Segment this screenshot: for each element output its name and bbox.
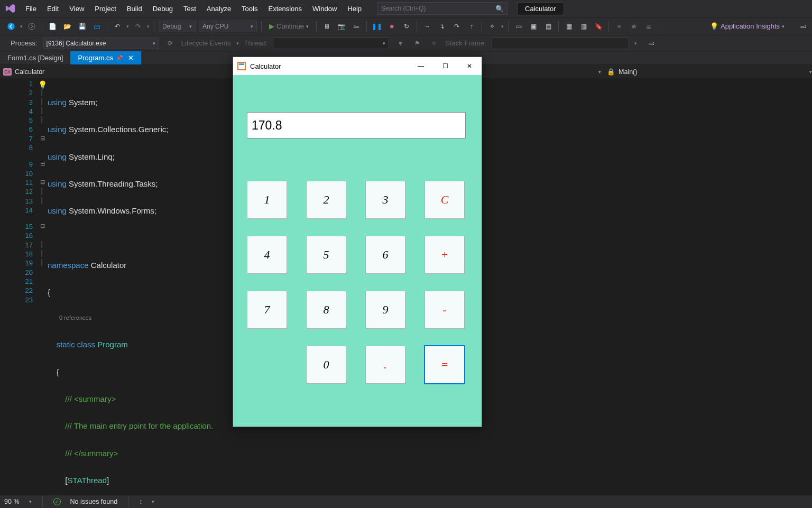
nav-back-button[interactable]: [5, 21, 17, 32]
key-minus[interactable]: -: [425, 291, 465, 329]
overflow-icon[interactable]: ≕: [645, 38, 657, 49]
key-1[interactable]: 1: [247, 181, 287, 219]
search-input[interactable]: [381, 5, 495, 12]
key-4[interactable]: 4: [247, 236, 287, 274]
menu-window[interactable]: Window: [307, 2, 342, 16]
csharp-badge-icon: C#: [3, 68, 12, 76]
step-into-button[interactable]: ↴: [436, 21, 448, 32]
step-out-button[interactable]: ↑: [466, 21, 477, 32]
stop-button[interactable]: ■: [386, 21, 398, 32]
format-icon[interactable]: ≣: [643, 21, 654, 32]
tab-form-design[interactable]: Form1.cs [Design]: [0, 51, 70, 64]
nav-member-dropdown[interactable]: 🔒 Main() ▾: [601, 68, 812, 76]
scroll-icon[interactable]: ↕: [139, 498, 142, 505]
menu-test[interactable]: Test: [178, 2, 201, 16]
key-blank: [247, 346, 287, 384]
stack2-icon[interactable]: ▦: [563, 21, 575, 32]
key-equals[interactable]: =: [425, 346, 465, 384]
svg-point-1: [29, 23, 35, 30]
menu-project[interactable]: Project: [89, 2, 121, 16]
vs-logo-icon: [3, 1, 18, 16]
uncomment-icon[interactable]: ≢: [628, 21, 640, 32]
key-7[interactable]: 7: [247, 291, 287, 329]
step-over-button[interactable]: ↷: [451, 21, 463, 32]
window2-icon[interactable]: ▣: [528, 21, 539, 32]
menu-extensions[interactable]: Extensions: [263, 2, 307, 16]
chevron-down-icon[interactable]: ▾: [29, 499, 32, 504]
quick-launch[interactable]: 🔍: [377, 2, 508, 15]
chevron-down-icon[interactable]: ▾: [152, 499, 154, 504]
zoom-level[interactable]: 90 %: [4, 498, 20, 505]
chevron-down-icon: ▾: [501, 24, 504, 29]
open-file-button[interactable]: 📂: [61, 21, 73, 32]
menu-debug[interactable]: Debug: [147, 2, 178, 16]
save-all-button[interactable]: 🗃: [91, 21, 103, 32]
thread2-icon[interactable]: ≈: [428, 38, 440, 49]
browser-link-icon[interactable]: 🖥: [321, 21, 333, 32]
key-clear[interactable]: C: [425, 181, 465, 219]
main-toolbar: ▾ 📄 📂 💾 🗃 ↶ ▾ ↷ ▾ Debug▾ Any CPU▾ ▶Conti…: [0, 17, 812, 35]
lightbulb-icon[interactable]: 💡: [38, 80, 47, 89]
menu-analyze[interactable]: Analyze: [201, 2, 236, 16]
process-select[interactable]: [9136] Calculator.exe▾: [43, 38, 159, 49]
minimize-button[interactable]: —: [409, 57, 433, 75]
tab-program-cs[interactable]: Program.cs 📌 ✕: [70, 51, 141, 64]
stack-frame-select[interactable]: [492, 38, 629, 49]
close-tab-icon[interactable]: ✕: [128, 54, 134, 62]
screenshot-icon[interactable]: 📷: [336, 21, 347, 32]
issues-text: No issues found: [70, 498, 118, 505]
stack-icon[interactable]: ▤: [542, 21, 554, 32]
menu-help[interactable]: Help: [342, 2, 367, 16]
calc-display[interactable]: 170.8: [247, 112, 466, 138]
intellitrace-icon[interactable]: ✧: [486, 21, 498, 32]
restart-button[interactable]: ↻: [401, 21, 412, 32]
show-next-icon[interactable]: →: [421, 21, 433, 32]
comment-icon[interactable]: ≡: [613, 21, 625, 32]
key-2[interactable]: 2: [306, 181, 346, 219]
key-3[interactable]: 3: [365, 181, 405, 219]
nav-fwd-button[interactable]: [26, 21, 38, 32]
new-project-button[interactable]: 📄: [47, 21, 58, 32]
key-6[interactable]: 6: [365, 236, 405, 274]
cycle-icon[interactable]: ⟳: [164, 38, 176, 49]
window-icon[interactable]: ▭: [513, 21, 524, 32]
app-icon: [237, 62, 246, 70]
key-dot[interactable]: .: [365, 346, 405, 384]
key-5[interactable]: 5: [306, 236, 346, 274]
thread-select[interactable]: ▾: [273, 38, 389, 49]
key-8[interactable]: 8: [306, 291, 346, 329]
calc-titlebar[interactable]: Calculator — ☐ ✕: [233, 57, 482, 75]
continue-button[interactable]: ▶Continue▾: [266, 22, 312, 30]
menu-edit[interactable]: Edit: [42, 2, 64, 16]
pin-icon[interactable]: 📌: [116, 55, 123, 61]
undo-button[interactable]: ↶: [112, 21, 123, 32]
process-label: Process:: [11, 39, 38, 47]
svg-point-0: [7, 23, 15, 30]
menu-file[interactable]: File: [20, 2, 42, 16]
key-plus[interactable]: +: [425, 236, 465, 274]
bookmark-icon[interactable]: 🔖: [593, 21, 604, 32]
menu-tools[interactable]: Tools: [236, 2, 263, 16]
key-9[interactable]: 9: [365, 291, 405, 329]
menu-build[interactable]: Build: [122, 2, 147, 16]
flag-icon[interactable]: ⚑: [411, 38, 423, 49]
menu-view[interactable]: View: [64, 2, 89, 16]
debug-toolbar: Process: [9136] Calculator.exe▾ ⟳ Lifecy…: [0, 35, 812, 51]
app-insights-button[interactable]: 💡Application Insights▾: [710, 22, 785, 30]
key-0[interactable]: 0: [306, 346, 346, 384]
hot-reload-icon[interactable]: ≔: [350, 21, 362, 32]
lifecycle-label: Lifecycle Events: [181, 39, 231, 47]
config-dropdown[interactable]: Debug▾: [159, 21, 196, 32]
fold-column[interactable]: ⊟││││⊟ ⊟⊟││ ⊟│││: [37, 78, 48, 495]
stack3-icon[interactable]: ▥: [578, 21, 589, 32]
maximize-button[interactable]: ☐: [433, 57, 457, 75]
filter-icon[interactable]: ▼: [394, 38, 406, 49]
platform-dropdown[interactable]: Any CPU▾: [199, 21, 257, 32]
redo-button[interactable]: ↷: [132, 21, 144, 32]
save-button[interactable]: 💾: [76, 21, 88, 32]
pause-button[interactable]: ❚❚: [371, 21, 383, 32]
calc-title: Calculator: [250, 62, 404, 70]
overflow-icon[interactable]: ≕: [797, 21, 809, 32]
close-button[interactable]: ✕: [457, 57, 482, 75]
chevron-down-icon: ▾: [126, 24, 129, 29]
